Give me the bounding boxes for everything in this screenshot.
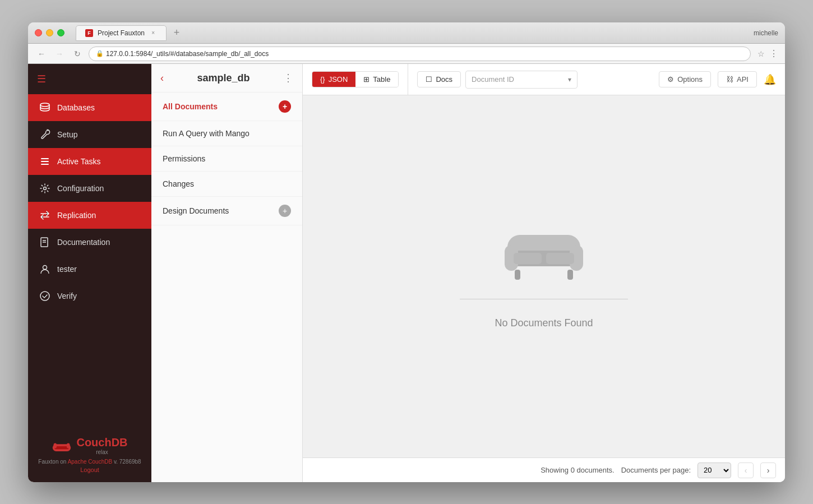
per-page-select[interactable]: 20 50 100 [697, 463, 731, 478]
panel-back-button[interactable]: ‹ [160, 72, 164, 84]
sidebar-item-databases[interactable]: Databases [28, 94, 151, 121]
footer-info: Fauxton on Apache CouchDB v. 72869b8 [37, 457, 142, 466]
couchdb-couch-icon [52, 438, 72, 454]
check-icon [39, 290, 50, 302]
tab-favicon: F [85, 29, 93, 37]
docs-button[interactable]: ☐ Docs [417, 71, 461, 87]
sidebar-item-replication[interactable]: Replication [28, 202, 151, 229]
forward-button[interactable]: → [53, 47, 66, 61]
list-icon [39, 156, 50, 167]
sidebar-item-verify[interactable]: Verify [28, 283, 151, 309]
couchdb-brand-text: CouchDB [76, 436, 127, 448]
arrows-icon [39, 210, 50, 221]
view-toggle: {} JSON ⊞ Table [312, 71, 399, 87]
apache-couchdb-link[interactable]: Apache CouchDB [68, 459, 113, 465]
panel-menu-changes[interactable]: Changes [151, 172, 302, 197]
sidebar-item-setup[interactable]: Setup [28, 121, 151, 148]
table-view-button[interactable]: ⊞ Table [355, 72, 398, 87]
sidebar-nav: Databases Setup Active Tasks [28, 94, 151, 427]
gear-options-icon: ⚙ [667, 75, 674, 84]
svg-rect-21 [546, 253, 574, 264]
book-icon [39, 237, 50, 248]
run-query-label: Run A Query with Mango [163, 129, 250, 138]
right-footer: Showing 0 documents. Documents per page:… [303, 457, 785, 482]
svg-point-0 [40, 103, 49, 107]
svg-rect-1 [41, 158, 49, 159]
svg-rect-19 [567, 270, 573, 280]
api-button[interactable]: ⛓ API [718, 71, 757, 87]
sidebar-databases-label: Databases [57, 103, 95, 112]
address-bar[interactable]: 🔒 127.0.0.1:5984/_utils/#/database/sampl… [89, 47, 751, 61]
prev-page-button[interactable]: ‹ [738, 463, 754, 478]
browser-menu-icon[interactable]: ⋮ [769, 48, 778, 59]
svg-rect-20 [514, 253, 542, 264]
sidebar-item-documentation[interactable]: Documentation [28, 229, 151, 256]
panel-menu-run-query[interactable]: Run A Query with Mango [151, 121, 302, 146]
panel-menu-all-documents[interactable]: All Documents + [151, 93, 302, 121]
add-design-document-button[interactable]: + [279, 205, 291, 217]
table-icon: ⊞ [363, 75, 369, 84]
user-icon [39, 263, 50, 275]
couch-svg [499, 224, 589, 285]
svg-rect-18 [515, 270, 520, 280]
json-view-button[interactable]: {} JSON [312, 72, 355, 87]
sidebar-item-configuration[interactable]: Configuration [28, 175, 151, 202]
new-tab-button[interactable]: + [169, 25, 184, 41]
json-label: JSON [329, 75, 348, 84]
empty-state: No Documents Found [303, 95, 785, 457]
all-documents-label: All Documents [163, 102, 218, 111]
add-document-button[interactable]: + [279, 100, 291, 113]
sidebar-item-active-tasks[interactable]: Active Tasks [28, 148, 151, 175]
right-panel: {} JSON ⊞ Table ☐ Docs Document ID ▾ [303, 64, 785, 482]
docs-label: Docs [436, 75, 452, 84]
couchdb-logo: CouchDB relax [37, 436, 142, 455]
panel-more-button[interactable]: ⋮ [283, 72, 293, 84]
svg-rect-13 [67, 443, 70, 448]
options-button[interactable]: ⚙ Options [659, 71, 711, 87]
options-label: Options [677, 75, 703, 84]
sidebar-footer: CouchDB relax Fauxton on Apache CouchDB … [28, 427, 151, 482]
back-button[interactable]: ← [35, 47, 48, 61]
logout-link[interactable]: Logout [37, 466, 142, 473]
traffic-lights [35, 29, 64, 36]
titlebar: F Project Fauxton × + michelle [28, 22, 785, 44]
gear-icon [39, 183, 50, 194]
svg-rect-2 [41, 161, 49, 162]
document-id-select[interactable]: Document ID ▾ [465, 71, 578, 89]
chevron-down-icon: ▾ [568, 76, 571, 84]
panel-header: ‹ sample_db ⋮ [151, 64, 302, 93]
json-icon: {} [320, 75, 325, 84]
empty-message: No Documents Found [495, 317, 593, 329]
svg-point-8 [43, 266, 47, 270]
sidebar-item-user[interactable]: tester [28, 256, 151, 283]
notification-bell-icon[interactable]: 🔔 [764, 73, 776, 86]
close-window-button[interactable] [35, 29, 42, 36]
maximize-window-button[interactable] [57, 29, 64, 36]
sidebar-replication-label: Replication [57, 211, 96, 220]
refresh-button[interactable]: ↻ [71, 47, 84, 61]
panel-menu-design-documents[interactable]: Design Documents + [151, 197, 302, 225]
api-label: API [737, 75, 749, 84]
sidebar-configuration-label: Configuration [57, 184, 104, 193]
toolbar-actions: ⚙ Options ⛓ API 🔔 [659, 71, 776, 87]
toolbar-separator [408, 64, 408, 95]
minimize-window-button[interactable] [46, 29, 53, 36]
tab-close-button[interactable]: × [149, 29, 157, 37]
url-text: 127.0.0.1:5984/_utils/#/database/sample_… [106, 50, 269, 58]
sidebar-setup-label: Setup [57, 130, 78, 139]
panel: ‹ sample_db ⋮ All Documents + Run A Quer… [151, 64, 303, 482]
next-page-button[interactable]: › [760, 463, 776, 478]
wrench-icon [39, 129, 50, 140]
tab-title: Project Fauxton [98, 29, 145, 37]
sidebar-header: ☰ [28, 64, 151, 94]
bookmark-icon[interactable]: ☆ [757, 49, 765, 58]
divider-line [460, 299, 628, 299]
browser-tab[interactable]: F Project Fauxton × [76, 25, 167, 41]
panel-menu-permissions[interactable]: Permissions [151, 146, 302, 172]
per-page-label: Documents per page: [621, 466, 691, 474]
browser-window: F Project Fauxton × + michelle ← → ↻ 🔒 1… [28, 22, 785, 482]
document-id-placeholder: Document ID [472, 75, 514, 84]
lock-icon: 🔒 [96, 50, 104, 57]
sidebar-verify-label: Verify [57, 292, 77, 300]
hamburger-menu-icon[interactable]: ☰ [37, 73, 46, 85]
